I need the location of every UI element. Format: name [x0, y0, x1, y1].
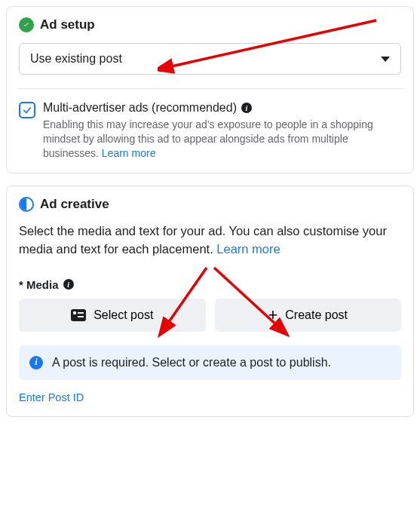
- ad-creative-card: Ad creative Select the media and text fo…: [6, 186, 414, 417]
- post-source-dropdown[interactable]: Use existing post: [19, 43, 401, 75]
- select-post-button[interactable]: Select post: [19, 299, 206, 332]
- ad-setup-title: Ad setup: [40, 17, 95, 32]
- media-button-row: Select post + Create post: [19, 299, 401, 332]
- chevron-down-icon: [381, 57, 390, 62]
- check-circle-icon: [19, 17, 34, 32]
- dropdown-value: Use existing post: [30, 52, 122, 66]
- info-icon[interactable]: i: [63, 279, 74, 290]
- multi-advertiser-desc: Enabling this may increase your ad's exp…: [43, 118, 401, 161]
- half-circle-icon: [19, 197, 34, 212]
- divider: [17, 88, 403, 89]
- info-icon[interactable]: i: [241, 103, 252, 113]
- info-icon: i: [29, 356, 43, 369]
- ad-setup-header: Ad setup: [19, 17, 401, 32]
- create-post-button[interactable]: + Create post: [215, 299, 402, 332]
- ad-setup-card: Ad setup Use existing post Multi-adverti…: [6, 6, 414, 173]
- ad-creative-title: Ad creative: [40, 197, 109, 212]
- ad-creative-desc: Select the media and text for your ad. Y…: [19, 222, 401, 259]
- enter-post-id-link[interactable]: Enter Post ID: [19, 391, 84, 403]
- learn-more-link[interactable]: Learn more: [102, 147, 156, 159]
- learn-more-link[interactable]: Learn more: [216, 242, 280, 256]
- ad-creative-header: Ad creative: [19, 197, 401, 212]
- multi-advertiser-checkbox[interactable]: [19, 102, 35, 118]
- plus-icon: +: [268, 307, 277, 323]
- post-required-notice: i A post is required. Select or create a…: [19, 345, 401, 380]
- multi-advertiser-row: Multi-advertiser ads (recommended) i Ena…: [19, 101, 401, 161]
- multi-advertiser-label: Multi-advertiser ads (recommended) i: [43, 101, 401, 115]
- post-icon: [71, 309, 86, 321]
- media-label: * Media i: [19, 278, 401, 291]
- notice-text: A post is required. Select or create a p…: [52, 356, 331, 369]
